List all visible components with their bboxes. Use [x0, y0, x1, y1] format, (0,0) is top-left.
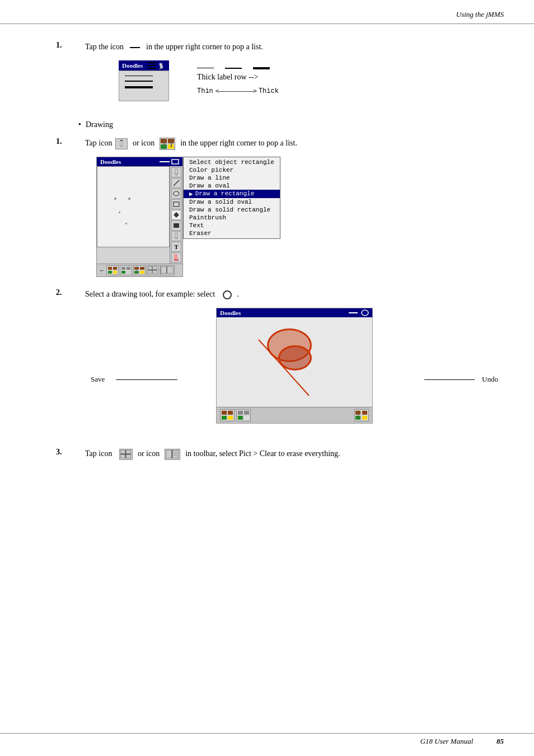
- svg-line-15: [174, 180, 179, 186]
- svg-marker-21: [175, 238, 178, 240]
- step3-row: 3. Tap icon or icon: [56, 448, 504, 460]
- doodles-titlebar-3: Doodles: [217, 308, 372, 317]
- step1b-text2: or icon: [133, 139, 154, 147]
- step3-text3: in toolbar, select Pict > Clear to erase…: [185, 449, 340, 458]
- page-content: 1. Tap the icon in the upper right corne…: [0, 24, 534, 494]
- toolbar-line[interactable]: [171, 178, 181, 188]
- svg-rect-65: [127, 450, 130, 453]
- menu-item-3[interactable]: Draw a oval: [184, 182, 280, 190]
- oval-icon-titlebar-3[interactable]: [361, 309, 369, 316]
- header-title: Using the jMMS: [456, 10, 504, 19]
- step1-text-after: in the upper right corner to pop a list.: [146, 43, 263, 51]
- step3-text1: Tap icon: [85, 449, 112, 458]
- toolbar-text[interactable]: T: [171, 242, 181, 252]
- bottom-icon-2[interactable]: [236, 409, 251, 421]
- canvas-area-2: [97, 166, 170, 247]
- step1-text: Tap the icon in the upper right corner t…: [85, 41, 504, 53]
- menu-item-6[interactable]: Draw a solid rectangle: [184, 206, 280, 214]
- doodles-window-1: Doodles: [119, 60, 169, 101]
- step1b-number: 1.: [56, 137, 85, 277]
- svg-marker-18: [174, 212, 179, 218]
- svg-rect-64: [121, 450, 125, 453]
- svg-rect-55: [244, 411, 249, 415]
- svg-rect-41: [153, 271, 157, 273]
- toolbar-pencil[interactable]: [171, 167, 181, 177]
- menu-item-9[interactable]: Eraser: [184, 229, 280, 237]
- bottom-icon-1[interactable]: [220, 409, 235, 421]
- menu-item-1[interactable]: Color picker: [184, 166, 280, 174]
- arrow-back[interactable]: ←: [99, 267, 105, 274]
- toolbar-eraser[interactable]: [171, 252, 181, 262]
- svg-rect-71: [166, 450, 171, 458]
- three-lines-icon[interactable]: [146, 62, 157, 69]
- toolbar-pencil2[interactable]: [171, 231, 181, 241]
- drawing-tools-menu: Select object rectangle Color picker Dra…: [183, 157, 280, 239]
- menu-item-2[interactable]: Draw a line: [184, 174, 280, 182]
- step1-diagram: Doodles: [119, 60, 504, 101]
- step1-icon-dash: [130, 47, 140, 48]
- dash-btn-3[interactable]: [349, 312, 358, 313]
- small-rect-icon: [171, 159, 179, 165]
- step1b-text3: in the upper right corner to pop a list.: [180, 139, 297, 147]
- footer-page: 85: [496, 737, 504, 746]
- step1b-row: 1. Tap icon or icon: [56, 137, 504, 277]
- svg-rect-40: [148, 271, 152, 273]
- doodles-window-3: Doodles: [216, 308, 373, 424]
- svg-rect-39: [153, 267, 157, 269]
- svg-point-48: [362, 310, 368, 316]
- grid-icon-step3-2: [165, 449, 180, 460]
- svg-rect-50: [222, 411, 227, 415]
- toolbar-btn-last[interactable]: [160, 265, 175, 275]
- toolbar-btn-2[interactable]: [120, 265, 132, 275]
- toolbar-btn-3[interactable]: [133, 265, 146, 275]
- svg-rect-25: [113, 267, 117, 270]
- doodles-body-2: T: [97, 166, 182, 264]
- dot2: [128, 198, 130, 200]
- step3-text2: or icon: [138, 449, 160, 458]
- step1-row: 1. Tap the icon in the upper right corne…: [56, 41, 504, 109]
- svg-rect-23: [174, 259, 179, 261]
- line-samples-row: [197, 67, 270, 69]
- toolbar-solid-rect[interactable]: [171, 220, 181, 231]
- sample-line-3: [253, 67, 270, 69]
- svg-marker-22: [174, 254, 177, 260]
- svg-rect-6: [161, 139, 167, 143]
- svg-rect-53: [228, 416, 233, 420]
- bullet-symbol: •: [78, 120, 81, 129]
- toolbar-diamond-solid[interactable]: [171, 210, 181, 220]
- toolbar-btn-grid[interactable]: [147, 265, 159, 275]
- step3-number: 3.: [56, 448, 85, 460]
- menu-item-5[interactable]: Draw a solid oval: [184, 198, 280, 206]
- undo-label-elem: Undo: [482, 375, 498, 384]
- menu-item-4[interactable]: ▶ Draw a rectangle: [184, 190, 280, 198]
- svg-rect-19: [174, 223, 179, 228]
- step2-row: 2. Select a drawing tool, for example: s…: [56, 288, 504, 436]
- dot1: [114, 198, 116, 200]
- toolbar-oval[interactable]: [171, 189, 181, 199]
- toolbar-btn-1[interactable]: [106, 265, 119, 275]
- svg-rect-66: [121, 455, 125, 458]
- pencil-icon-titlebar[interactable]: [159, 62, 166, 69]
- svg-marker-14: [175, 174, 178, 176]
- menu-item-8[interactable]: Text: [184, 222, 280, 229]
- doodles-titlebar-1: Doodles: [119, 60, 169, 71]
- step2-diagram-container: Save Undo Doodles: [85, 308, 504, 431]
- svg-rect-62: [358, 411, 359, 420]
- step2-content: Select a drawing tool, for example: sele…: [85, 288, 504, 436]
- toolbar-rect[interactable]: [171, 199, 181, 209]
- bottom-left-icons: [220, 409, 251, 421]
- line-sample-medium: [125, 81, 153, 82]
- menu-item-0[interactable]: Select object rectangle: [184, 158, 280, 166]
- menu-item-7[interactable]: Paintbrush: [184, 214, 280, 222]
- svg-marker-4: [120, 145, 123, 148]
- svg-line-49: [259, 340, 309, 396]
- svg-rect-35: [140, 271, 144, 274]
- doodles-window-2: Doodles: [96, 157, 183, 277]
- bottom-icon-3[interactable]: [354, 409, 369, 421]
- bottom-toolbar-3: [217, 407, 372, 423]
- pencil-icon-inline: [115, 138, 128, 149]
- doodles-canvas-3: [217, 317, 372, 407]
- menu-arrow-indicator: ▶: [189, 190, 193, 198]
- doodles-body-1: [119, 71, 169, 101]
- bottom-toolbar-2: ←: [97, 264, 182, 276]
